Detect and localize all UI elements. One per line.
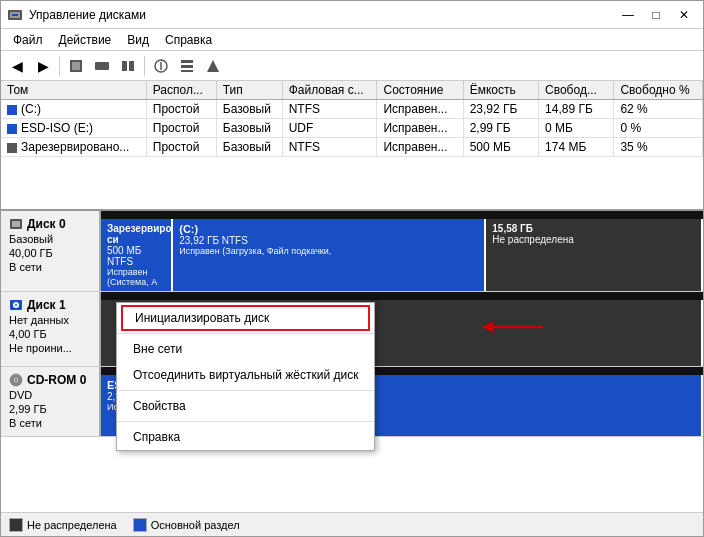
main-window: Управление дисками — □ ✕ Файл Действие В… [0,0,704,537]
partition-c-status: Исправен (Загрузка, Файл подкачки, [179,246,478,256]
partition-reserved-sublabel: 500 МБ NTFS [107,245,165,267]
disk-0-label: Диск 0 Базовый 40,00 ГБ В сети [1,211,101,291]
context-menu-separator-1 [117,333,374,334]
cell-fs: NTFS [282,138,377,157]
context-menu-item-detach[interactable]: Отсоединить виртуальный жёсткий диск [117,362,374,388]
partition-c-label: (С:) [179,223,478,235]
cell-name: (C:) [1,100,146,119]
disk-1-icon [9,298,23,312]
disk-0-type: Базовый [9,233,91,245]
toolbar-btn-6[interactable] [201,54,225,78]
disk-map[interactable]: Диск 0 Базовый 40,00 ГБ В сети Зарезерви… [1,211,703,512]
svg-rect-4 [72,62,80,70]
cdrom-size: 2,99 ГБ [9,403,91,415]
toolbar-btn-1[interactable] [64,54,88,78]
cell-fs: UDF [282,119,377,138]
legend-item-primary: Основной раздел [133,518,240,532]
context-menu-separator-2 [117,390,374,391]
svg-rect-15 [12,221,20,227]
svg-point-18 [15,304,17,306]
disk-0-partitions: Зарезервировано си 500 МБ NTFS Исправен … [101,211,703,291]
partition-reserved-label: Зарезервировано си [107,223,165,245]
cell-capacity: 2,99 ГБ [463,119,538,138]
cell-free-pct: 35 % [614,138,703,157]
toolbar-separator-1 [59,56,60,76]
cell-free-pct: 62 % [614,100,703,119]
disk-icon [9,217,23,231]
svg-rect-11 [181,65,193,68]
toolbar-btn-4[interactable] [149,54,173,78]
col-free-pct: Свободно % [614,81,703,100]
toolbar-btn-5[interactable] [175,54,199,78]
disk-0-status: В сети [9,261,91,273]
cell-capacity: 23,92 ГБ [463,100,538,119]
toolbar-btn-2[interactable] [90,54,114,78]
cdrom-type: DVD [9,389,91,401]
col-status: Состояние [377,81,463,100]
disk-table-area[interactable]: Том Распол... Тип Файловая с... Состояни… [1,81,703,211]
cell-capacity: 500 МБ [463,138,538,157]
disk-1-name: Диск 1 [27,298,66,312]
title-buttons: — □ ✕ [615,5,697,25]
svg-rect-5 [95,62,109,70]
cell-location: Простой [146,119,216,138]
close-button[interactable]: ✕ [671,5,697,25]
cell-location: Простой [146,100,216,119]
legend-label-primary: Основной раздел [151,519,240,531]
partition-reserved-status: Исправен (Система, А [107,267,165,287]
cell-type: Базовый [216,100,282,119]
cell-type: Базовый [216,138,282,157]
col-free: Свобод... [539,81,614,100]
legend-item-unalloc: Не распределена [9,518,117,532]
legend-label-unalloc: Не распределена [27,519,117,531]
svg-rect-6 [122,61,127,71]
window-title: Управление дисками [29,8,146,22]
table-header: Том Распол... Тип Файловая с... Состояни… [1,81,703,100]
disk-1-type: Нет данных [9,314,91,326]
cell-free: 0 МБ [539,119,614,138]
main-content: Том Распол... Тип Файловая с... Состояни… [1,81,703,536]
cell-status: Исправен... [377,100,463,119]
menu-file[interactable]: Файл [5,31,51,49]
cell-free-pct: 0 % [614,119,703,138]
partition-c[interactable]: (С:) 23,92 ГБ NTFS Исправен (Загрузка, Ф… [173,211,486,291]
disk-1-size: 4,00 ГБ [9,328,91,340]
context-menu-item-init[interactable]: Инициализировать диск [121,305,370,331]
maximize-button[interactable]: □ [643,5,669,25]
context-menu-item-offline[interactable]: Вне сети [117,336,374,362]
col-volume: Том [1,81,146,100]
partition-unalloc[interactable]: 15,58 ГБ Не распределена [486,211,703,291]
legend: Не распределена Основной раздел [1,512,703,536]
toolbar-back[interactable]: ◀ [5,54,29,78]
cell-free: 174 МБ [539,138,614,157]
cell-name: Зарезервировано... [1,138,146,157]
col-location: Распол... [146,81,216,100]
svg-rect-2 [12,14,18,16]
svg-rect-7 [129,61,134,71]
app-icon [7,7,23,23]
menu-bar: Файл Действие Вид Справка [1,29,703,51]
table-row[interactable]: ESD-ISO (E:) Простой Базовый UDF Исправе… [1,119,703,138]
toolbar-btn-3[interactable] [116,54,140,78]
toolbar-forward[interactable]: ▶ [31,54,55,78]
menu-help[interactable]: Справка [157,31,220,49]
svg-point-23 [15,379,17,381]
disk-row-0: Диск 0 Базовый 40,00 ГБ В сети Зарезерви… [1,211,703,292]
toolbar: ◀ ▶ [1,51,703,81]
menu-action[interactable]: Действие [51,31,120,49]
table-row[interactable]: Зарезервировано... Простой Базовый NTFS … [1,138,703,157]
cell-location: Простой [146,138,216,157]
partition-reserved[interactable]: Зарезервировано си 500 МБ NTFS Исправен … [101,211,173,291]
table-row[interactable]: (C:) Простой Базовый NTFS Исправен... 23… [1,100,703,119]
cell-name: ESD-ISO (E:) [1,119,146,138]
context-menu-item-help[interactable]: Справка [117,424,374,450]
disk-0-size: 40,00 ГБ [9,247,91,259]
minimize-button[interactable]: — [615,5,641,25]
cdrom-icon [9,373,23,387]
disk-row-1: Диск 1 Нет данных 4,00 ГБ Не проини... [1,292,703,367]
svg-rect-10 [181,60,193,63]
menu-view[interactable]: Вид [119,31,157,49]
context-menu-item-props[interactable]: Свойства [117,393,374,419]
legend-box-blue [133,518,147,532]
context-menu-separator-3 [117,421,374,422]
